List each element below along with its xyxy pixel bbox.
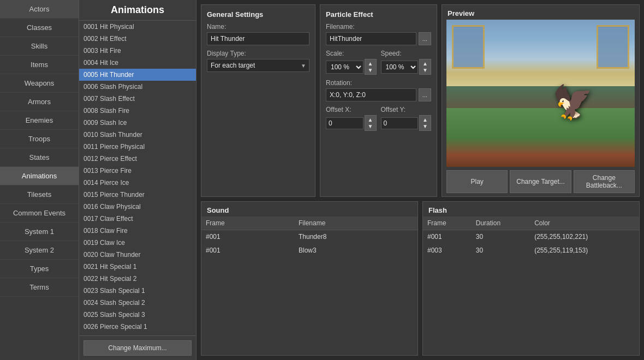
animation-item[interactable]: 0023 Slash Special 1 xyxy=(79,285,196,297)
animation-item[interactable]: 0011 Pierce Physical xyxy=(79,141,196,153)
particle-effect-panel: Particle Effect Filename: ... Scale: 100… xyxy=(320,4,437,197)
animation-item[interactable]: 0021 Hit Special 1 xyxy=(79,261,196,273)
offset-y-wrap: ▲▼ xyxy=(381,115,432,131)
animation-item[interactable]: 0015 Pierce Thunder xyxy=(79,189,196,201)
sound-table-row[interactable]: #001Blow3 xyxy=(201,244,418,257)
animation-item[interactable]: 0016 Claw Physical xyxy=(79,201,196,213)
display-type-select[interactable]: For each target For each screen For each… xyxy=(207,59,309,72)
sound-filename-cell: Blow3 xyxy=(294,244,418,257)
display-type-dropdown-wrapper: For each target For each screen For each… xyxy=(207,59,309,72)
offset-y-arrows[interactable]: ▲▼ xyxy=(419,115,431,131)
scale-arrows[interactable]: ▲▼ xyxy=(365,59,377,75)
sidebar-item-system2[interactable]: System 2 xyxy=(0,241,79,260)
flash-duration-header: Duration xyxy=(472,217,530,230)
sidebar-item-armors[interactable]: Armors xyxy=(0,93,79,111)
speed-field: Speed: 100 % ▲▼ xyxy=(381,50,432,75)
flash-list[interactable]: Frame Duration Color #00130(255,255,102,… xyxy=(423,217,639,355)
animation-item[interactable]: 0018 Claw Fire xyxy=(79,225,196,237)
change-maximum-button[interactable]: Change Maximum... xyxy=(84,340,192,356)
flash-frame-header: Frame xyxy=(423,217,472,230)
animation-item[interactable]: 0001 Hit Physical xyxy=(79,21,196,33)
sound-list[interactable]: Frame Filename #001Thunder8#001Blow3 xyxy=(201,217,418,355)
preview-window-right xyxy=(597,25,629,69)
animation-item[interactable]: 0025 Slash Special 3 xyxy=(79,309,196,321)
animation-item[interactable]: 0003 Hit Fire xyxy=(79,45,196,57)
sidebar-item-terms[interactable]: Terms xyxy=(0,278,79,297)
animation-item[interactable]: 0017 Claw Effect xyxy=(79,213,196,225)
offset-x-field: Offset X: ▲▼ xyxy=(326,106,377,131)
flash-frame-cell: #001 xyxy=(423,230,472,244)
animation-item[interactable]: 0004 Hit Ice xyxy=(79,57,196,69)
animation-item[interactable]: 0019 Claw Ice xyxy=(79,237,196,249)
particle-effect-title: Particle Effect xyxy=(326,10,431,19)
sidebar-item-weapons[interactable]: Weapons xyxy=(0,74,79,93)
flash-table-row[interactable]: #00330(255,255,119,153) xyxy=(423,244,639,257)
animation-item[interactable]: 0022 Hit Special 2 xyxy=(79,273,196,285)
preview-title: Preview xyxy=(442,5,639,20)
flash-color-header: Color xyxy=(530,217,639,230)
animation-item[interactable]: 0012 Pierce Effect xyxy=(79,153,196,165)
preview-image: 🦅 xyxy=(446,20,635,167)
animation-list-wrapper[interactable]: 0001 Hit Physical0002 Hit Effect0003 Hit… xyxy=(79,21,196,335)
flash-duration-cell: 30 xyxy=(472,244,530,257)
name-input[interactable] xyxy=(207,32,309,45)
offset-row: Offset X: ▲▼ Offset Y: ▲▼ xyxy=(326,106,431,131)
filename-input[interactable] xyxy=(326,32,416,45)
speed-select[interactable]: 100 % xyxy=(381,61,419,74)
sidebar-item-skills[interactable]: Skills xyxy=(0,37,79,56)
change-target-button[interactable]: Change Target... xyxy=(510,170,571,193)
rotation-label: Rotation: xyxy=(326,79,431,87)
offset-x-input[interactable] xyxy=(326,117,363,129)
filename-row: ... xyxy=(326,32,431,45)
animation-item[interactable]: 0007 Slash Effect xyxy=(79,93,196,105)
offset-x-wrap: ▲▼ xyxy=(326,115,377,131)
rotation-btn[interactable]: ... xyxy=(419,88,431,101)
animation-item[interactable]: 0013 Pierce Fire xyxy=(79,165,196,177)
scale-speed-row: Scale: 100 % ▲▼ Speed: 100 % xyxy=(326,50,431,75)
rotation-input[interactable] xyxy=(326,88,416,101)
animation-item[interactable]: 0002 Hit Effect xyxy=(79,33,196,45)
sound-frame-header: Frame xyxy=(201,217,294,230)
animation-item[interactable]: 0006 Slash Physical xyxy=(79,81,196,93)
animation-item[interactable]: 0020 Claw Thunder xyxy=(79,249,196,261)
sidebar-item-classes[interactable]: Classes xyxy=(0,19,79,37)
sidebar-item-system1[interactable]: System 1 xyxy=(0,223,79,241)
flash-frame-cell: #003 xyxy=(423,244,472,257)
sound-panel: Sound Frame Filename #001Thunder8#001Blo… xyxy=(201,201,418,356)
speed-arrows[interactable]: ▲▼ xyxy=(419,59,431,75)
offset-y-input[interactable] xyxy=(381,117,419,129)
flash-title: Flash xyxy=(423,202,639,217)
top-section: General Settings Name: Display Type: For… xyxy=(201,4,640,197)
animation-item[interactable]: 0024 Slash Special 2 xyxy=(79,297,196,309)
animation-item[interactable]: 0026 Pierce Special 1 xyxy=(79,321,196,333)
sidebar-item-troops[interactable]: Troops xyxy=(0,130,79,148)
flash-table-row[interactable]: #00130(255,255,102,221) xyxy=(423,230,639,244)
scale-input-wrap: 100 % ▲▼ xyxy=(326,59,377,75)
sidebar-item-types[interactable]: Types xyxy=(0,260,79,278)
preview-window-left xyxy=(452,25,485,69)
sidebar-item-actors[interactable]: Actors xyxy=(0,0,79,19)
animation-item[interactable]: 0014 Pierce Ice xyxy=(79,177,196,189)
flash-color-cell: (255,255,119,153) xyxy=(530,244,639,257)
sidebar-item-items[interactable]: Items xyxy=(0,56,79,74)
preview-panel: Preview 🦅 Play Change Target... Change B… xyxy=(442,4,640,197)
speed-label: Speed: xyxy=(381,50,432,57)
sound-table-row[interactable]: #001Thunder8 xyxy=(201,230,418,244)
filename-browse-button[interactable]: ... xyxy=(419,32,431,45)
animation-item[interactable]: 0008 Slash Fire xyxy=(79,105,196,117)
sidebar-item-enemies[interactable]: Enemies xyxy=(0,111,79,130)
sidebar-item-states[interactable]: States xyxy=(0,148,79,167)
animation-item[interactable]: 0005 Hit Thunder xyxy=(79,69,196,81)
scale-select[interactable]: 100 % xyxy=(326,61,363,74)
sidebar-item-common-events[interactable]: Common Events xyxy=(0,204,79,223)
animation-item[interactable]: 0009 Slash Ice xyxy=(79,117,196,129)
sidebar-item-animations[interactable]: Animations xyxy=(0,167,79,185)
animation-panel-footer: Change Maximum... xyxy=(79,335,196,360)
change-battleback-button[interactable]: Change Battleback... xyxy=(574,170,635,193)
name-label: Name: xyxy=(207,23,309,31)
sidebar-item-tilesets[interactable]: Tilesets xyxy=(0,185,79,204)
offset-x-arrows[interactable]: ▲▼ xyxy=(365,115,377,131)
play-button[interactable]: Play xyxy=(446,170,508,193)
animation-item[interactable]: 0010 Slash Thunder xyxy=(79,129,196,141)
offset-x-label: Offset X: xyxy=(326,106,377,113)
